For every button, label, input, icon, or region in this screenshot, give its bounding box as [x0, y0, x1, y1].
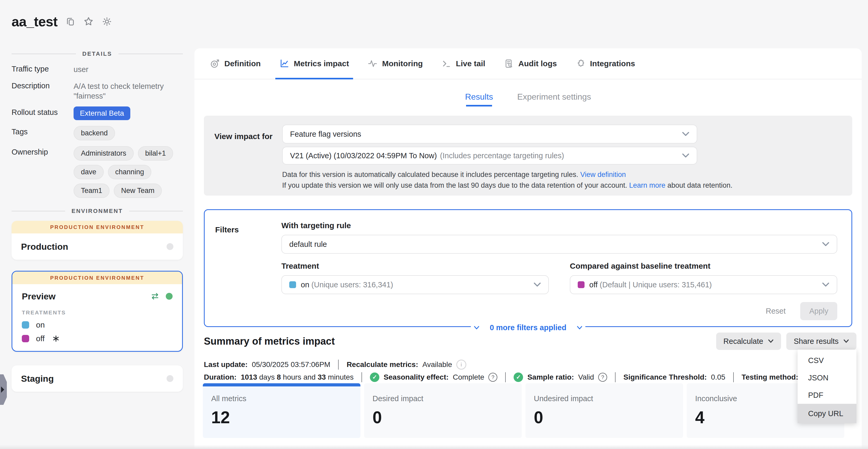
env-card-preview[interactable]: PRODUCTION ENVIRONMENT Preview TREATMENT…	[11, 271, 183, 352]
owner-pills: Administrators bilal+1 dave channing Tea…	[73, 146, 184, 198]
treatment-on-swatch	[289, 281, 296, 288]
learn-more-link[interactable]: Learn more	[629, 181, 665, 189]
card-desired-impact[interactable]: Desired impact 0	[364, 383, 522, 438]
chevron-down-icon	[822, 242, 829, 247]
selected-card-bar	[203, 383, 361, 386]
separator	[338, 360, 339, 369]
help-icon[interactable]: ?	[488, 373, 497, 382]
significance-value: 0.05	[711, 373, 725, 382]
chevron-down-icon	[682, 132, 689, 137]
version-type-value: Feature flag versions	[290, 130, 361, 139]
significance-label: Significance Threshold:	[623, 373, 707, 382]
tab-label: Monitoring	[382, 59, 423, 68]
more-filters-label: 0 more filters applied	[490, 323, 566, 332]
menu-item-pdf[interactable]: PDF	[798, 386, 857, 404]
baseline-label: Compared against baseline treatment	[570, 262, 837, 270]
apply-button[interactable]: Apply	[800, 302, 837, 320]
duration-label: Duration:	[204, 373, 237, 382]
ownership-label: Ownership	[11, 146, 73, 156]
sidebar-collapse-handle[interactable]	[0, 375, 7, 405]
more-filters-toggle[interactable]: 0 more filters applied	[471, 323, 585, 332]
pulse-icon	[368, 59, 377, 68]
details-section: Traffic type user Description A/A test t…	[11, 63, 184, 198]
subtab-experiment-settings[interactable]: Experiment settings	[517, 92, 591, 107]
tab-definition[interactable]: Definition	[210, 48, 260, 79]
baseline-dropdown[interactable]: off (Default | Unique users: 315,461)	[570, 275, 837, 294]
tab-metrics-impact[interactable]: Metrics impact	[280, 48, 349, 79]
version-note-1: Data for this version is automatically c…	[282, 171, 578, 179]
targeting-rule-dropdown[interactable]: default rule	[281, 235, 837, 254]
menu-item-csv[interactable]: CSV	[798, 352, 857, 369]
targeting-rule-label: With targeting rule	[281, 221, 837, 230]
line-chart-icon	[280, 59, 289, 68]
subtab-results[interactable]: Results	[465, 92, 493, 107]
owner-pill[interactable]: bilal+1	[138, 146, 174, 160]
bottom-edge	[0, 445, 868, 449]
env-card-staging[interactable]: Staging	[11, 365, 183, 392]
recalc-metrics-value: Available	[423, 360, 452, 369]
stats-line-1: Last update: 05/30/2025 03:57:06PM Recal…	[204, 360, 862, 369]
last-update-label: Last update:	[204, 360, 247, 369]
treatment-on-swatch	[22, 321, 29, 329]
reset-button[interactable]: Reset	[766, 307, 786, 316]
gear-icon[interactable]	[102, 16, 112, 27]
treatment-on-label: on	[36, 321, 45, 329]
copy-icon[interactable]	[65, 17, 75, 27]
tab-live-tail[interactable]: Live tail	[442, 48, 485, 79]
description-label: Description	[11, 80, 73, 90]
info-icon[interactable]: i	[456, 360, 466, 369]
star-icon[interactable]	[83, 16, 94, 27]
check-circle-icon: ✓	[370, 372, 379, 382]
version-type-dropdown[interactable]: Feature flag versions	[282, 125, 697, 144]
treatment-off-label: off	[36, 334, 45, 343]
check-circle-icon: ✓	[514, 372, 523, 382]
tab-label: Audit logs	[518, 59, 557, 68]
version-note-2: If you update this version we will only …	[282, 181, 627, 189]
treatment-info: (Unique users: 316,341)	[309, 280, 393, 289]
share-results-menu: CSV JSON PDF Copy URL	[798, 350, 857, 423]
card-undesired-impact[interactable]: Undesired impact 0	[525, 383, 683, 438]
tags-row: Tags backend	[11, 126, 184, 140]
view-definition-link[interactable]: View definition	[580, 171, 626, 179]
chevron-down-icon	[682, 153, 689, 158]
production-environment-banner: PRODUCTION ENVIRONMENT	[12, 272, 182, 284]
tab-integrations[interactable]: Integrations	[576, 48, 635, 79]
version-dropdown[interactable]: V21 (Active) (10/03/2022 04:59PM To Now)…	[282, 147, 697, 164]
recalculate-button[interactable]: Recalculate	[716, 333, 781, 350]
production-environment-banner: PRODUCTION ENVIRONMENT	[11, 221, 183, 234]
owner-pill[interactable]: Administrators	[73, 146, 134, 160]
owner-pill[interactable]: channing	[108, 165, 152, 179]
traffic-type-label: Traffic type	[11, 63, 73, 73]
env-name-production: Production	[21, 242, 68, 252]
treatment-off-swatch	[22, 335, 29, 342]
tag-pill[interactable]: backend	[73, 126, 115, 140]
chevron-down-icon	[474, 326, 479, 330]
puzzle-icon	[576, 59, 585, 68]
rollout-status-badge[interactable]: External Beta	[73, 107, 130, 120]
treatments-section: TREATMENTS on off	[12, 309, 182, 351]
owner-pill[interactable]: New Team	[114, 183, 162, 198]
share-results-button[interactable]: Share results	[786, 333, 857, 350]
help-icon[interactable]: ?	[598, 373, 607, 382]
env-card-production[interactable]: PRODUCTION ENVIRONMENT Production	[11, 221, 183, 260]
menu-item-json[interactable]: JSON	[798, 369, 857, 386]
sample-ratio-label: Sample ratio:	[527, 373, 574, 382]
owner-pill[interactable]: Team1	[73, 183, 110, 198]
env-status-dot	[166, 375, 174, 382]
menu-item-copy-url[interactable]: Copy URL	[798, 404, 857, 423]
view-impact-panel: View impact for Feature flag versions V2…	[204, 116, 852, 196]
tab-label: Integrations	[590, 59, 635, 68]
card-all-metrics[interactable]: All metrics 12	[203, 383, 361, 438]
card-value: 12	[211, 408, 361, 427]
tab-audit-logs[interactable]: Audit logs	[504, 48, 557, 79]
tab-monitoring[interactable]: Monitoring	[368, 48, 423, 79]
chevron-down-icon	[843, 339, 849, 343]
owner-pill[interactable]: dave	[73, 165, 104, 179]
env-name-staging: Staging	[21, 373, 54, 384]
separator	[362, 372, 362, 382]
filters-label: Filters	[215, 225, 239, 234]
targeting-rule-value: default rule	[289, 240, 327, 249]
treatment-on-row: on	[22, 321, 173, 329]
treatment-dropdown[interactable]: on (Unique users: 316,341)	[281, 275, 549, 294]
env-name-preview: Preview	[22, 291, 56, 301]
